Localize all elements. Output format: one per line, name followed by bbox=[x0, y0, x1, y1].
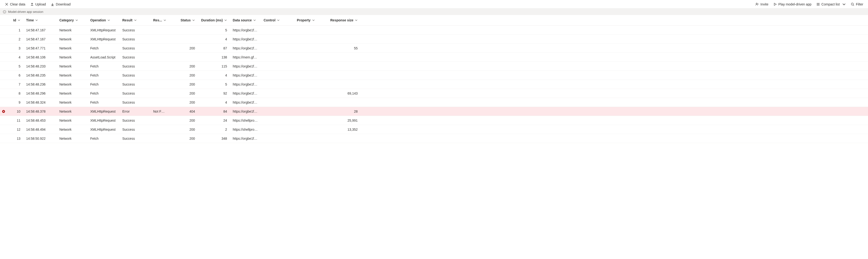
cell-status: 200 bbox=[169, 127, 198, 132]
table-row[interactable]: 614:58:48.235NetworkFetchSuccess2004http… bbox=[0, 71, 868, 80]
cell-res: Not Fou... bbox=[150, 110, 169, 113]
table-row[interactable]: 814:58:48.296NetworkFetchSuccess20092htt… bbox=[0, 89, 868, 98]
upload-label: Upload bbox=[35, 2, 46, 6]
cell-duration: 4 bbox=[198, 100, 230, 104]
cell-status: 200 bbox=[169, 64, 198, 68]
cell-result: Success bbox=[120, 46, 150, 50]
table-row[interactable]: 314:58:47.771NetworkFetchSuccess20087htt… bbox=[0, 44, 868, 53]
filter-button[interactable]: Filter bbox=[849, 1, 865, 7]
cell-result: Success bbox=[120, 119, 150, 122]
cell-datasource: https://orgbe1fed... bbox=[230, 46, 261, 50]
cell-category: Network bbox=[57, 91, 87, 95]
col-header-result[interactable]: Result bbox=[120, 18, 150, 22]
cell-category: Network bbox=[57, 100, 87, 104]
cell-result: Success bbox=[120, 100, 150, 104]
cell-id: 13 bbox=[7, 137, 23, 140]
chevron-down-icon bbox=[163, 19, 166, 22]
cell-duration: 115 bbox=[198, 64, 230, 68]
cell-duration: 5 bbox=[198, 28, 230, 32]
cell-id: 8 bbox=[7, 91, 23, 95]
table-row[interactable]: 514:58:48.233NetworkFetchSuccess200115ht… bbox=[0, 62, 868, 71]
cell-duration: 2 bbox=[198, 127, 230, 132]
col-header-operation[interactable]: Operation bbox=[87, 18, 120, 22]
cell-result: Success bbox=[120, 28, 150, 32]
chevron-down-icon bbox=[253, 19, 256, 22]
col-header-status[interactable]: Status bbox=[169, 18, 198, 22]
cell-status: 200 bbox=[169, 74, 198, 77]
cell-time: 14:58:48.106 bbox=[23, 55, 57, 59]
col-header-duration[interactable]: Duration (ms) bbox=[198, 18, 230, 22]
table-row[interactable]: 114:58:47.167NetworkXMLHttpRequestSucces… bbox=[0, 26, 868, 35]
col-header-response[interactable]: Response size bbox=[327, 18, 361, 22]
table-row[interactable]: 914:58:48.324NetworkFetchSuccess2004http… bbox=[0, 98, 868, 107]
col-header-control[interactable]: Control bbox=[261, 18, 294, 22]
cell-time: 14:58:48.235 bbox=[23, 74, 57, 77]
table-row[interactable]: 1114:58:48.453NetworkXMLHttpRequestSucce… bbox=[0, 116, 868, 125]
chevron-down-icon bbox=[842, 2, 846, 6]
table-row[interactable]: 214:58:47.167NetworkXMLHttpRequestSucces… bbox=[0, 35, 868, 44]
upload-button[interactable]: Upload bbox=[28, 1, 48, 7]
col-header-time[interactable]: Time bbox=[23, 18, 57, 22]
cell-result: Success bbox=[120, 37, 150, 41]
cell-datasource: https://orgbe1fed... bbox=[230, 100, 261, 104]
chevron-down-icon bbox=[277, 19, 280, 22]
chevron-down-icon bbox=[18, 19, 21, 22]
cell-datasource: https://orgbe1fed... bbox=[230, 74, 261, 77]
cell-operation: Fetch bbox=[87, 137, 120, 140]
play-button[interactable]: Play model-driven app bbox=[771, 1, 813, 7]
cell-operation: XMLHttpRequest bbox=[87, 37, 120, 41]
invite-label: Invite bbox=[761, 2, 768, 6]
col-header-datasource[interactable]: Data source bbox=[230, 18, 261, 22]
svg-point-1 bbox=[851, 3, 853, 5]
cell-time: 14:58:50.922 bbox=[23, 137, 57, 140]
table-row[interactable]: 414:58:48.106NetworkAssetLoad.ScriptSucc… bbox=[0, 53, 868, 62]
cell-category: Network bbox=[57, 110, 87, 113]
toolbar-right: Invite Play model-driven app Compact lis… bbox=[753, 1, 865, 7]
invite-button[interactable]: Invite bbox=[753, 1, 770, 7]
cell-response: 25,991 bbox=[327, 119, 361, 122]
table-row[interactable]: 1014:58:48.378NetworkXMLHttpRequestError… bbox=[0, 107, 868, 116]
cell-datasource: https://orgbe1fed... bbox=[230, 28, 261, 32]
cell-operation: Fetch bbox=[87, 74, 120, 77]
table-row[interactable]: 1314:58:50.922NetworkFetchSuccess200348h… bbox=[0, 134, 868, 143]
table-row[interactable]: 714:58:48.236NetworkFetchSuccess2005http… bbox=[0, 80, 868, 89]
cell-datasource: https://orgbe1fed... bbox=[230, 37, 261, 41]
info-icon bbox=[3, 10, 6, 13]
cell-duration: 24 bbox=[198, 119, 230, 122]
col-header-res[interactable]: Res... bbox=[150, 18, 169, 22]
col-header-property[interactable]: Property bbox=[294, 18, 327, 22]
cell-duration: 92 bbox=[198, 91, 230, 95]
compact-list-button[interactable]: Compact list bbox=[814, 1, 848, 7]
cell-time: 14:58:48.378 bbox=[23, 110, 57, 113]
invite-icon bbox=[755, 2, 759, 6]
cell-duration: 4 bbox=[198, 37, 230, 41]
cell-id: 12 bbox=[7, 127, 23, 132]
cell-datasource: https://orgbe1fed... bbox=[230, 64, 261, 68]
table-row[interactable]: 1214:58:48.494NetworkXMLHttpRequestSucce… bbox=[0, 125, 868, 134]
col-header-duration-label: Duration (ms) bbox=[201, 18, 223, 22]
cell-result: Success bbox=[120, 64, 150, 68]
cell-response: 55 bbox=[327, 46, 361, 50]
list-icon bbox=[816, 2, 820, 6]
cell-id: 7 bbox=[7, 82, 23, 86]
table-body: 114:58:47.167NetworkXMLHttpRequestSucces… bbox=[0, 26, 868, 143]
download-button[interactable]: Download bbox=[49, 1, 72, 7]
cell-time: 14:58:48.453 bbox=[23, 119, 57, 122]
cell-time: 14:58:48.494 bbox=[23, 127, 57, 132]
cell-datasource: https://orgbe1fed... bbox=[230, 137, 261, 140]
col-header-category[interactable]: Category bbox=[57, 18, 87, 22]
cell-category: Network bbox=[57, 127, 87, 132]
cell-status: 200 bbox=[169, 91, 198, 95]
toolbar: Clear data Upload Download Invite Play m… bbox=[0, 0, 868, 8]
clear-data-button[interactable]: Clear data bbox=[3, 1, 27, 7]
cell-datasource: https://shellprod.... bbox=[230, 127, 261, 132]
cell-operation: Fetch bbox=[87, 46, 120, 50]
cell-category: Network bbox=[57, 55, 87, 59]
cell-datasource: https://orgbe1fed... bbox=[230, 91, 261, 95]
cell-category: Network bbox=[57, 28, 87, 32]
session-bar: Model-driven app session bbox=[0, 8, 868, 15]
col-header-id[interactable]: Id bbox=[7, 18, 23, 22]
cell-category: Network bbox=[57, 74, 87, 77]
cell-duration: 4 bbox=[198, 74, 230, 77]
chevron-down-icon bbox=[192, 19, 195, 22]
